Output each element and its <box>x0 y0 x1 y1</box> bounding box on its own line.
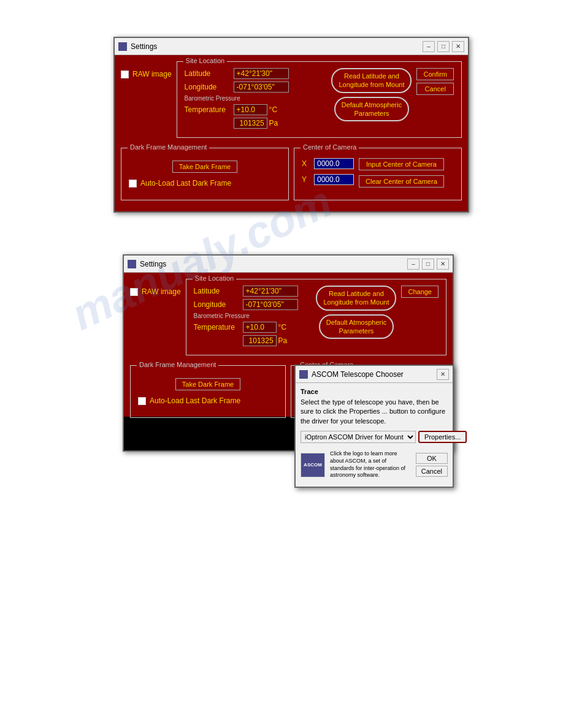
window-content-1: RAW image Site Location Latitude +42°21'… <box>115 55 468 211</box>
xy-fields-1: X Y <box>302 158 354 188</box>
bottom-row-1: Dark Frame Management Take Dark Frame Au… <box>121 148 462 205</box>
baro-label-1: Barometric Pressure <box>185 95 240 102</box>
ascom-icon <box>299 370 308 379</box>
temp-value-2: +10.0 <box>243 322 277 333</box>
title-bar-left-2: Settings <box>128 260 166 268</box>
take-dark-btn-2[interactable]: Take Dark Frame <box>175 378 240 390</box>
confirm-cancel-1: Confirm Cancel <box>416 68 454 95</box>
maximize-btn-1[interactable]: □ <box>437 41 450 52</box>
ascom-ok-cancel-buttons: OK Cancel <box>416 453 448 477</box>
temp-row-2: Temperature +10.0 °C <box>194 322 312 333</box>
x-input-1[interactable] <box>314 158 354 169</box>
dark-frame-group-2: Dark Frame Management Take Dark Frame Au… <box>130 365 286 418</box>
title-text-2: Settings <box>140 260 166 268</box>
ascom-logo: ASCOM <box>301 453 325 477</box>
minimize-btn-2[interactable]: – <box>407 259 419 270</box>
close-btn-1[interactable]: ✕ <box>452 41 464 52</box>
ascom-learn-text: Click the logo to learn more about ASCOM… <box>330 450 411 479</box>
read-lat-lon-btn-2[interactable]: Read Latitude andLongitude from Mount <box>316 286 396 311</box>
auto-load-label-2: Auto-Load Last Dark Frame <box>150 396 240 405</box>
center-camera-content-1: X Y Input Center of Camera Clear Center … <box>302 154 454 191</box>
temp-unit-2: °C <box>278 323 286 332</box>
ascom-cancel-btn[interactable]: Cancel <box>416 466 448 477</box>
minimize-btn-1[interactable]: – <box>423 41 435 52</box>
ascom-driver-select[interactable]: iOptron ASCOM Driver for Mount <box>301 431 416 443</box>
raw-image-row-1: RAW image <box>121 70 172 78</box>
default-atm-btn-2[interactable]: Default AtmosphericParameters <box>319 314 394 339</box>
lat-label-1: Latitude <box>185 69 234 78</box>
lat-row-1: Latitude +42°21'30" <box>185 68 327 79</box>
lon-label-1: Longitude <box>185 83 234 91</box>
raw-image-checkbox-2[interactable] <box>130 288 138 296</box>
raw-image-checkbox-1[interactable] <box>121 70 129 78</box>
ascom-title-bar: ASCOM Telescope Chooser ✕ <box>296 366 453 383</box>
title-bar-1: Settings – □ ✕ <box>115 38 468 55</box>
lat-label-2: Latitude <box>194 287 243 295</box>
cancel-btn-1[interactable]: Cancel <box>416 83 454 95</box>
settings-window-1: Settings – □ ✕ RAW image Site Location <box>113 37 469 213</box>
baro-label-2: Barometric Pressure <box>194 313 250 319</box>
center-camera-label-1: Center of Camera <box>301 143 359 151</box>
temp-row-1: Temperature +10.0 °C <box>185 104 327 115</box>
maximize-btn-2[interactable]: □ <box>422 259 434 270</box>
lon-row-1: Longitude -071°03'05" <box>185 82 327 93</box>
lat-row-2: Latitude +42°21'30" <box>194 286 312 297</box>
x-label-1: X <box>302 159 314 168</box>
auto-load-checkbox-2[interactable] <box>138 397 146 405</box>
confirm-btn-1[interactable]: Confirm <box>416 68 454 80</box>
x-row-1: X <box>302 158 354 169</box>
ascom-bottom: ASCOM Click the logo to learn more about… <box>301 448 448 482</box>
ascom-ok-btn[interactable]: OK <box>416 453 448 464</box>
read-lat-lon-btn-1[interactable]: Read Latitude andLongitude from Mount <box>331 68 412 93</box>
site-location-label-2: Site Location <box>193 275 237 282</box>
change-btn-2[interactable]: Change <box>401 286 439 298</box>
app-icon-2 <box>128 260 136 268</box>
title-text-1: Settings <box>131 42 157 51</box>
auto-load-checkbox-1[interactable] <box>129 180 137 188</box>
site-fields-1: Latitude +42°21'30" Longitude -071°03'05… <box>185 68 327 131</box>
baro-row-1: Barometric Pressure <box>185 95 327 102</box>
y-label-1: Y <box>302 175 314 184</box>
title-bar-buttons-1: – □ ✕ <box>423 41 464 52</box>
input-center-btn-1[interactable]: Input Center of Camera <box>359 158 444 170</box>
ascom-dialog: ASCOM Telescope Chooser ✕ Trace Select t… <box>294 365 454 488</box>
pressure-row-2: 101325 Pa <box>194 335 312 346</box>
dark-frame-content-2: Take Dark Frame Auto-Load Last Dark Fram… <box>138 372 278 411</box>
pressure-value-1: 101325 <box>234 118 267 129</box>
clear-center-btn-1[interactable]: Clear Center of Camera <box>359 175 444 188</box>
temp-label-2: Temperature <box>194 323 243 332</box>
ascom-logo-text: ASCOM <box>304 462 322 468</box>
lat-value-2: +42°21'30" <box>243 286 298 297</box>
temp-label-1: Temperature <box>185 105 234 114</box>
y-input-1[interactable] <box>314 174 354 185</box>
dark-frame-label-2: Dark Frame Management <box>137 361 218 368</box>
close-btn-2[interactable]: ✕ <box>437 259 449 270</box>
take-dark-row-1: Take Dark Frame <box>129 161 281 173</box>
raw-image-label-2: RAW image <box>142 287 181 296</box>
camera-btns-1: Input Center of Camera Clear Center of C… <box>359 158 444 188</box>
dark-frame-group-1: Dark Frame Management Take Dark Frame Au… <box>121 148 289 200</box>
ascom-description: Select the type of telescope you have, t… <box>301 398 448 426</box>
baro-row-2: Barometric Pressure <box>194 313 312 319</box>
site-location-label-1: Site Location <box>183 57 228 64</box>
lon-value-1: -071°03'05" <box>234 82 289 93</box>
site-btns-1: Read Latitude andLongitude from Mount De… <box>331 68 412 121</box>
ascom-trace-label: Trace <box>301 388 448 395</box>
title-bar-buttons-2: – □ ✕ <box>407 259 449 270</box>
ascom-properties-btn[interactable]: Properties... <box>418 431 467 443</box>
ascom-close-btn[interactable]: ✕ <box>437 369 449 380</box>
raw-image-label-1: RAW image <box>132 70 172 78</box>
lon-value-2: -071°03'05" <box>243 299 298 310</box>
pressure-unit-1: Pa <box>269 119 278 127</box>
app-icon-1 <box>118 42 127 51</box>
auto-load-row-2: Auto-Load Last Dark Frame <box>138 396 278 405</box>
take-dark-btn-1[interactable]: Take Dark Frame <box>172 161 237 173</box>
default-atm-btn-1[interactable]: Default AtmosphericParameters <box>334 97 409 122</box>
pressure-unit-2: Pa <box>278 336 288 345</box>
ascom-title-buttons: ✕ <box>437 369 449 380</box>
ascom-select-row: iOptron ASCOM Driver for Mount Propertie… <box>301 431 448 443</box>
site-location-group-1: Site Location Latitude +42°21'30" Longit… <box>177 61 462 138</box>
site-btns-2: Read Latitude andLongitude from Mount De… <box>316 286 396 339</box>
y-row-1: Y <box>302 174 354 185</box>
lon-row-2: Longitude -071°03'05" <box>194 299 312 310</box>
